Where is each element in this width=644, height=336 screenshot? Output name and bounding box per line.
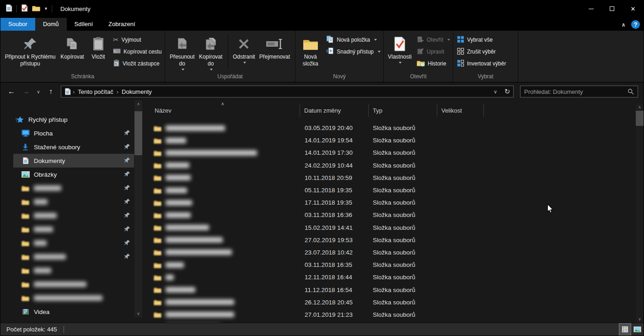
- file-row[interactable]: 27.01.2019 21:23 Složka souborů: [142, 309, 636, 321]
- file-row[interactable]: 03.11.2018 16:35 Složka souborů: [142, 259, 636, 271]
- edit-button[interactable]: Upravit: [417, 47, 450, 56]
- pin-icon[interactable]: [124, 184, 130, 192]
- pin-icon[interactable]: [124, 212, 130, 220]
- history-button[interactable]: Historie: [417, 59, 450, 68]
- cut-button[interactable]: ✂ Vyjmout: [113, 35, 161, 44]
- copy-button[interactable]: Kopírovat: [57, 33, 87, 73]
- file-row[interactable]: 03.05.2019 20:40 Složka souborů: [142, 122, 636, 134]
- minimize-button[interactable]: [580, 0, 601, 17]
- scroll-down-icon[interactable]: ∨: [636, 315, 644, 323]
- file-row[interactable]: 23.07.2018 10:42 Složka souborů: [142, 246, 636, 259]
- close-button[interactable]: ✕: [623, 0, 644, 17]
- pin-icon[interactable]: [124, 198, 130, 206]
- rename-button[interactable]: Přejmenovat: [257, 33, 292, 73]
- new-folder-button[interactable]: Nová složka: [298, 33, 322, 73]
- file-row[interactable]: 15.02.2019 14:41 Složka souborů: [142, 222, 636, 234]
- properties-button[interactable]: Vlastnosti: [386, 33, 413, 73]
- file-row[interactable]: 14.01.2019 17:30 Složka souborů: [142, 146, 636, 159]
- easy-access-button[interactable]: Snadný přístup: [326, 47, 381, 56]
- pin-icon[interactable]: [124, 157, 130, 165]
- invert-selection-button[interactable]: Invertovat výběr: [457, 59, 506, 68]
- pin-icon[interactable]: [124, 226, 130, 233]
- column-header-size[interactable]: Velikost: [437, 104, 484, 117]
- copy-to-button[interactable]: Kopírovat do: [196, 33, 225, 73]
- sidebar-item-redacted-folder[interactable]: [13, 209, 134, 222]
- pin-icon[interactable]: [124, 253, 130, 261]
- column-header-type[interactable]: Typ: [369, 104, 437, 117]
- scrollbar-thumb[interactable]: [134, 111, 142, 155]
- forward-button[interactable]: →: [20, 86, 32, 98]
- select-none-button[interactable]: Zrušit výběr: [457, 47, 506, 56]
- up-button[interactable]: ↑: [44, 86, 57, 98]
- sidebar-item-redacted-folder[interactable]: [13, 277, 134, 291]
- column-header-date-modified[interactable]: Datum změny: [300, 104, 369, 117]
- sidebar-item-redacted-folder[interactable]: [13, 250, 134, 264]
- file-row[interactable]: 03.11.2018 16:36 Složka souborů: [142, 209, 636, 221]
- tab-view[interactable]: Zobrazení: [101, 18, 143, 31]
- file-row[interactable]: 05.11.2018 19:35 Složka souborů: [142, 184, 636, 196]
- pin-icon[interactable]: [124, 171, 130, 179]
- copy-path-button[interactable]: \.. Kopírovat cestu: [113, 47, 161, 56]
- search-input[interactable]: [521, 88, 628, 95]
- sidebar-item-redacted-folder[interactable]: [13, 236, 134, 250]
- select-all-button[interactable]: Vybrat vše: [457, 35, 506, 44]
- file-row[interactable]: 14.01.2019 19:54 Složka souborů: [142, 134, 636, 146]
- scrollbar-thumb[interactable]: [636, 111, 644, 126]
- file-row[interactable]: 11.12.2018 16:54 Složka souborů: [142, 283, 636, 296]
- refresh-button[interactable]: ↻: [501, 86, 513, 97]
- file-row[interactable]: 12.11.2018 16:44 Složka souborů: [142, 271, 636, 283]
- large-icons-view-button[interactable]: [631, 323, 644, 336]
- sidebar-item-pictures[interactable]: Obrázky: [13, 168, 134, 181]
- new-folder-quick-icon[interactable]: [32, 5, 40, 13]
- pin-icon[interactable]: [124, 239, 130, 247]
- properties-quick-icon[interactable]: [21, 4, 28, 14]
- pin-icon[interactable]: [124, 143, 130, 151]
- sidebar-item-quick-access[interactable]: Rychlý přístup: [13, 113, 134, 126]
- back-button[interactable]: ←: [5, 86, 18, 98]
- sidebar-item-downloads[interactable]: Stažené soubory: [13, 140, 134, 154]
- file-row[interactable]: 17.11.2018 19:35 Složka souborů: [142, 196, 636, 209]
- sidebar-item-redacted-folder[interactable]: [13, 222, 134, 236]
- collapse-ribbon-icon[interactable]: ∧: [621, 22, 626, 28]
- file-row[interactable]: 27.02.2019 19:53 Složka souborů: [142, 234, 636, 246]
- tab-file[interactable]: Soubor: [0, 18, 35, 31]
- paste-shortcut-button[interactable]: Vložit zástupce: [113, 59, 161, 68]
- file-row[interactable]: 24.02.2019 10:44 Složka souborů: [142, 159, 636, 172]
- sidebar-item-documents[interactable]: Dokumenty: [13, 154, 134, 168]
- sidebar-item-redacted-folder[interactable]: [13, 264, 134, 277]
- open-button[interactable]: Otevřít: [417, 35, 450, 44]
- sidebar-item-redacted-folder[interactable]: [13, 181, 134, 195]
- sidebar-scrollbar[interactable]: ∧ ∨: [134, 100, 142, 317]
- customize-quick-access-icon[interactable]: ▼: [44, 6, 48, 11]
- pin-icon[interactable]: [124, 130, 130, 137]
- file-date: 17.11.2018 19:35: [300, 199, 369, 206]
- scroll-down-icon[interactable]: ∨: [134, 310, 142, 317]
- address-dropdown-button[interactable]: ∨: [489, 86, 501, 97]
- file-name-blur: [166, 225, 209, 230]
- address-bar[interactable]: › Tento počítač › Dokumenty ∨ ↻: [61, 86, 514, 98]
- file-list-scrollbar[interactable]: ∧ ∨: [636, 103, 644, 323]
- help-icon[interactable]: ?: [631, 20, 640, 29]
- move-to-button[interactable]: Přesunout do: [168, 33, 196, 73]
- scroll-up-icon[interactable]: ∧: [636, 103, 644, 111]
- paste-button[interactable]: Vložit: [87, 33, 109, 73]
- sidebar-item-redacted-folder[interactable]: [13, 291, 134, 305]
- file-row[interactable]: 10.11.2018 20:59 Složka souborů: [142, 172, 636, 184]
- recent-locations-button[interactable]: ∨: [34, 86, 43, 98]
- sidebar-item-desktop[interactable]: Plocha: [13, 126, 134, 140]
- tab-home[interactable]: Domů: [35, 18, 67, 31]
- details-view-button[interactable]: [619, 323, 631, 336]
- maximize-button[interactable]: [601, 0, 623, 17]
- file-row[interactable]: 26.12.2018 20:45 Složka souborů: [142, 296, 636, 309]
- delete-button[interactable]: Odstranit: [231, 33, 257, 73]
- breadcrumb-current[interactable]: Dokumenty: [120, 88, 154, 95]
- pin-to-quick-access-button[interactable]: Připnout k Rychlému přístupu: [3, 33, 57, 73]
- search-icon[interactable]: [628, 88, 638, 95]
- tab-share[interactable]: Sdílení: [67, 18, 101, 31]
- breadcrumb-this-pc[interactable]: Tento počítač: [76, 88, 115, 95]
- scroll-up-icon[interactable]: ∧: [134, 100, 142, 108]
- new-item-button[interactable]: Nová položka: [326, 35, 381, 44]
- column-header-name[interactable]: ∧ Název: [142, 104, 300, 117]
- sidebar-item-videos[interactable]: Videa: [13, 305, 134, 319]
- sidebar-item-redacted-folder[interactable]: [13, 195, 134, 209]
